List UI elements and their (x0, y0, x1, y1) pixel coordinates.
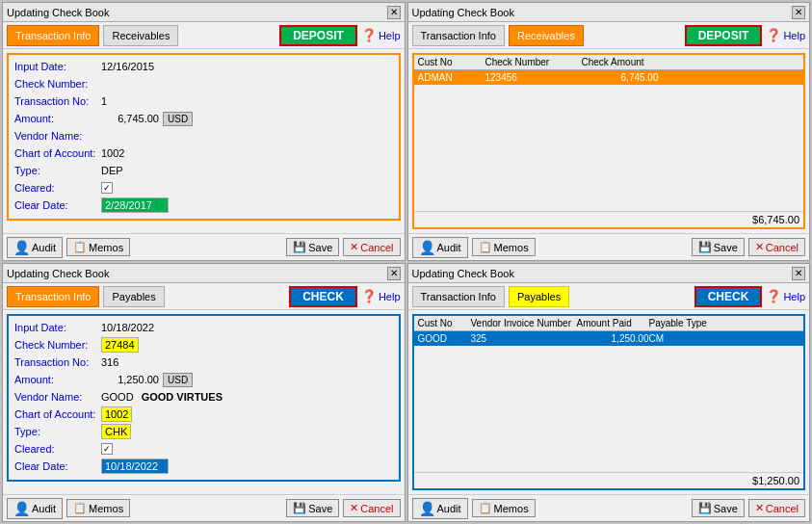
top-right-close[interactable]: ✕ (792, 6, 805, 19)
cancel-icon-4: ✕ (755, 502, 764, 514)
top-left-tabs-bar: Transaction Info Receivables DEPOSIT ❓ H… (3, 22, 405, 49)
field-cleared: Cleared: ✓ (14, 180, 393, 196)
top-right-save-button[interactable]: 💾 Save (692, 238, 745, 256)
bottom-left-check-button[interactable]: CHECK (289, 286, 357, 307)
top-left-usd-button[interactable]: USD (163, 112, 193, 126)
bottom-right-audit-button[interactable]: 👤 Audit (412, 498, 468, 519)
bottom-right-title: Updating Check Book (412, 268, 514, 279)
top-right-deposit-button[interactable]: DEPOSIT (685, 25, 763, 46)
field-amount: Amount: 6,745.00 USD (14, 111, 393, 126)
top-right-audit-button[interactable]: 👤 Audit (412, 237, 468, 258)
bottom-right-tab-transaction[interactable]: Transaction Info (412, 286, 505, 307)
audit-person-icon-2: 👤 (419, 240, 435, 255)
bottom-left-tab-transaction[interactable]: Transaction Info (7, 286, 99, 307)
cancel-icon-3: ✕ (350, 502, 358, 514)
bottom-left-cancel-button[interactable]: ✕ Cancel (343, 499, 400, 517)
top-left-save-button[interactable]: 💾 Save (286, 238, 339, 256)
top-left-help-button[interactable]: ❓ Help (361, 28, 401, 42)
top-right-titlebar: Updating Check Book ✕ (408, 3, 810, 22)
help-icon-2: ❓ (766, 28, 781, 42)
memos-icon: 📋 (73, 241, 87, 253)
top-left-close[interactable]: ✕ (387, 6, 401, 19)
bottom-right-help-button[interactable]: ❓ Help (766, 289, 805, 303)
bl-cleared-checkbox[interactable]: ✓ (101, 443, 113, 455)
top-right-memos-button[interactable]: 📋 Memos (472, 238, 536, 256)
bottom-left-memos-button[interactable]: 📋 Memos (66, 499, 130, 517)
top-right-tab-transaction[interactable]: Transaction Info (412, 25, 505, 46)
bottom-left-tab-payables[interactable]: Payables (103, 286, 164, 307)
bottom-right-close[interactable]: ✕ (792, 267, 805, 280)
field-transaction-no: Transaction No: 1 (14, 93, 393, 109)
memos-icon-2: 📋 (479, 241, 492, 253)
top-right-window: Updating Check Book ✕ Transaction Info R… (407, 2, 811, 261)
chart-of-account-value[interactable]: 1002 (101, 406, 132, 422)
top-left-audit-button[interactable]: 👤 Audit (7, 237, 63, 258)
top-right-total: $6,745.00 (414, 211, 804, 227)
bottom-left-audit-button[interactable]: 👤 Audit (7, 498, 63, 519)
check-number-value[interactable]: 27484 (101, 337, 139, 353)
br-grid-header-row: Cust No Vendor Invoice Number Amount Pai… (414, 316, 804, 331)
bottom-left-title: Updating Check Book (7, 268, 109, 279)
bottom-left-footer: 👤 Audit 📋 Memos 💾 Save ✕ Cancel (3, 494, 405, 521)
bottom-left-close[interactable]: ✕ (387, 267, 401, 280)
bl-field-amount: Amount: 1,250.00 USD (14, 372, 393, 387)
bottom-right-grid: Cust No Vendor Invoice Number Amount Pai… (412, 314, 806, 490)
save-icon-2: 💾 (698, 241, 712, 253)
bottom-left-window: Updating Check Book ✕ Transaction Info P… (2, 263, 406, 522)
bl-field-vendor-name: Vendor Name: GOOD GOOD VIRTUES (14, 389, 393, 405)
good-virtues-label: GOOD VIRTUES (142, 391, 223, 403)
top-right-footer: 👤 Audit 📋 Memos 💾 Save ✕ Cancel (408, 233, 810, 260)
bottom-right-titlebar: Updating Check Book ✕ (408, 264, 810, 283)
bottom-left-form: Input Date: 10/18/2022 Check Number: 274… (7, 314, 401, 482)
top-right-help-button[interactable]: ❓ Help (766, 28, 805, 42)
top-left-titlebar: Updating Check Book ✕ (3, 3, 405, 22)
field-input-date: Input Date: 12/16/2015 (14, 59, 393, 74)
save-icon-4: 💾 (698, 502, 712, 514)
clear-date-value[interactable]: 2/28/2017 (101, 197, 169, 213)
bl-field-clear-date: Clear Date: 10/18/2022 (14, 458, 393, 474)
top-left-footer: 👤 Audit 📋 Memos 💾 Save ✕ Cancel (3, 233, 405, 260)
bottom-left-save-button[interactable]: 💾 Save (286, 499, 339, 517)
bl-field-type: Type: CHK (14, 424, 393, 439)
grid-data-row[interactable]: ADMAN 123456 6,745.00 (414, 70, 804, 85)
bottom-left-tabs-bar: Transaction Info Payables CHECK ❓ Help (3, 283, 405, 310)
help-icon-4: ❓ (766, 289, 781, 303)
bottom-right-memos-button[interactable]: 📋 Memos (472, 499, 536, 517)
bottom-left-help-button[interactable]: ❓ Help (361, 289, 401, 303)
field-type: Type: DEP (14, 163, 393, 178)
bottom-right-cancel-button[interactable]: ✕ Cancel (748, 499, 805, 517)
top-right-cancel-button[interactable]: ✕ Cancel (748, 238, 805, 256)
cancel-icon-2: ✕ (755, 241, 764, 253)
red-arrow-svg (412, 346, 443, 442)
top-left-memos-button[interactable]: 📋 Memos (66, 238, 130, 256)
help-icon: ❓ (361, 28, 377, 42)
bl-field-chart-of-account: Chart of Account: 1002 (14, 406, 393, 422)
cleared-checkbox[interactable]: ✓ (101, 182, 113, 194)
bottom-right-tab-payables[interactable]: Payables (509, 286, 569, 307)
field-check-number: Check Number: (14, 76, 393, 92)
bottom-right-check-button[interactable]: CHECK (694, 286, 763, 307)
top-left-deposit-button[interactable]: DEPOSIT (279, 25, 357, 46)
bottom-right-total: $1,250.00 (414, 472, 804, 488)
bottom-right-content: Cust No Vendor Invoice Number Amount Pai… (408, 310, 810, 494)
br-grid-data-row[interactable]: GOOD 325 1,250.00 CM (414, 331, 804, 346)
field-vendor-name: Vendor Name: (14, 128, 393, 144)
bottom-right-save-button[interactable]: 💾 Save (692, 499, 745, 517)
top-right-content: Cust No Check Number Check Amount ADMAN … (408, 49, 810, 233)
help-icon-3: ❓ (361, 289, 377, 303)
top-left-tab-transaction[interactable]: Transaction Info (7, 25, 99, 46)
bottom-left-usd-button[interactable]: USD (163, 373, 193, 387)
bl-clear-date-value[interactable]: 10/18/2022 (101, 458, 169, 474)
bl-field-cleared: Cleared: ✓ (14, 441, 393, 457)
type-value[interactable]: CHK (101, 424, 131, 439)
top-right-tabs-bar: Transaction Info Receivables DEPOSIT ❓ H… (408, 22, 810, 49)
top-right-tab-receivables[interactable]: Receivables (509, 25, 584, 46)
top-left-tab-receivables[interactable]: Receivables (103, 25, 178, 46)
bottom-right-tabs-bar: Transaction Info Payables CHECK ❓ Help (408, 283, 810, 310)
top-left-cancel-button[interactable]: ✕ Cancel (343, 238, 400, 256)
bl-field-transaction-no: Transaction No: 316 (14, 354, 393, 370)
top-left-content: Input Date: 12/16/2015 Check Number: Tra… (3, 49, 405, 233)
top-right-grid: Cust No Check Number Check Amount ADMAN … (412, 53, 806, 229)
top-left-window: Updating Check Book ✕ Transaction Info R… (2, 2, 406, 261)
bottom-left-titlebar: Updating Check Book ✕ (3, 264, 405, 283)
